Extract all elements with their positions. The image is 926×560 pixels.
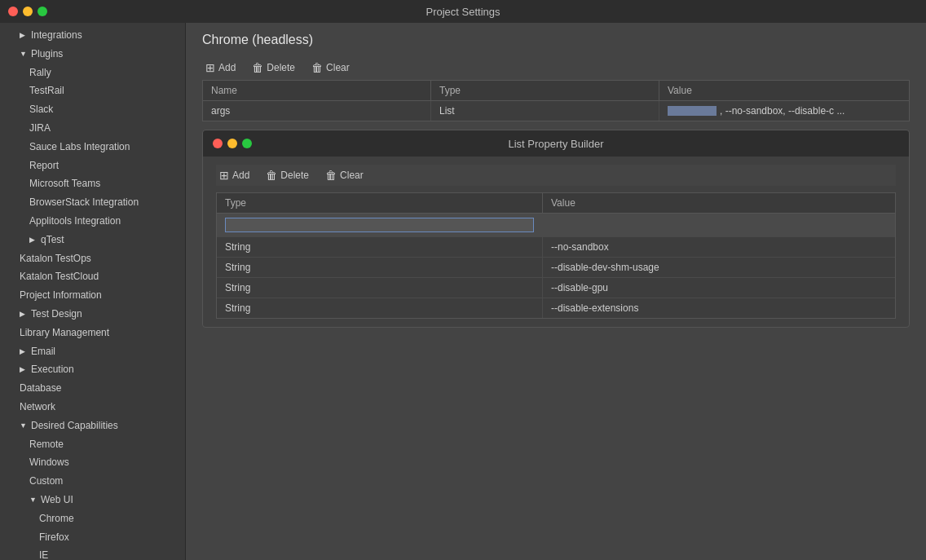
sidebar-item-label: Custom (29, 474, 63, 488)
modal-toolbar: ⊞ Add 🗑 Delete 🗑 Clear (216, 165, 896, 186)
sidebar-item-label: Chrome (39, 512, 74, 526)
sidebar-item-custom[interactable]: Custom (0, 472, 185, 491)
sidebar-item-web-ui[interactable]: ▼ Web UI (0, 491, 185, 509)
add-icon: ⊞ (219, 170, 229, 181)
sidebar-item-label: Firefox (39, 531, 69, 545)
expand-arrow-icon: ▶ (20, 30, 28, 41)
sidebar-item-katalon-testops[interactable]: Katalon TestOps (0, 249, 185, 268)
minimize-button[interactable] (23, 7, 33, 16)
sidebar-item-label: Katalon TestCloud (20, 270, 99, 284)
sidebar-item-report[interactable]: Report (0, 157, 185, 175)
sidebar-item-database[interactable]: Database (0, 379, 185, 398)
sidebar-item-email[interactable]: ▶ Email (0, 342, 185, 361)
sidebar-item-label: Plugins (31, 47, 63, 61)
sidebar-item-windows[interactable]: Windows (0, 453, 185, 472)
add-label: Add (218, 62, 236, 73)
sidebar-item-label: Database (20, 381, 61, 395)
sidebar-item-label: Remote (29, 438, 64, 452)
sidebar-item-integrations[interactable]: ▶ Integrations (0, 26, 185, 45)
modal-maximize-button[interactable] (242, 139, 252, 148)
inner-cell-type: String (217, 298, 543, 318)
sidebar-item-microsoft-teams[interactable]: Microsoft Teams (0, 174, 185, 193)
cell-value: , --no-sandbox, --disable-c ... (659, 101, 909, 121)
sidebar-item-browserstack[interactable]: BrowserStack Integration (0, 193, 185, 212)
delete-icon: 🗑 (252, 62, 263, 73)
sidebar-item-label: Integrations (31, 29, 82, 42)
cell-name: args (203, 101, 431, 121)
sidebar-item-project-information[interactable]: Project Information (0, 286, 185, 305)
sidebar-item-plugins[interactable]: ▼ Plugins (0, 45, 185, 64)
sidebar-item-label: Rally (29, 66, 51, 80)
table-row[interactable]: args List , --no-sandbox, --disable-c ..… (203, 101, 909, 121)
sidebar-item-slack[interactable]: Slack (0, 100, 185, 119)
main-table: Name Type Value args List , --no-sandbox… (202, 80, 910, 121)
sidebar-item-firefox[interactable]: Firefox (0, 528, 185, 547)
modal-delete-button[interactable]: 🗑 Delete (262, 168, 312, 183)
inner-col-header-value: Value (543, 193, 895, 213)
delete-icon: 🗑 (266, 170, 277, 181)
sidebar-item-label: Windows (29, 456, 69, 470)
sidebar-item-label: Library Management (20, 326, 109, 340)
inner-table-header: Type Value (217, 193, 895, 214)
sidebar-item-remote[interactable]: Remote (0, 435, 185, 454)
sidebar-item-label: Test Design (31, 307, 82, 321)
sidebar-item-qtest[interactable]: ▶ qTest (0, 231, 185, 249)
titlebar-buttons (8, 7, 47, 16)
sidebar-item-katalon-testcloud[interactable]: Katalon TestCloud (0, 267, 185, 286)
value-text: , --no-sandbox, --disable-c ... (720, 105, 844, 117)
sidebar-item-desired-capabilities[interactable]: ▼ Desired Capabilities (0, 417, 185, 435)
window-title: Project Settings (426, 6, 500, 18)
sidebar-item-label: Desired Capabilities (31, 419, 118, 433)
clear-icon: 🗑 (311, 62, 323, 73)
clear-label: Clear (326, 62, 350, 73)
sidebar: ▶ Integrations ▼ Plugins Rally TestRail … (0, 23, 186, 560)
table-row[interactable]: String --disable-dev-shm-usage (217, 258, 895, 278)
sidebar-item-library-management[interactable]: Library Management (0, 324, 185, 342)
table-row[interactable]: String --no-sandbox (217, 237, 895, 258)
type-edit-input[interactable] (225, 218, 534, 232)
modal-add-button[interactable]: ⊞ Add (216, 168, 253, 183)
maximize-button[interactable] (37, 7, 47, 16)
modal-minimize-button[interactable] (227, 139, 237, 148)
inner-cell-value: --no-sandbox (543, 237, 895, 257)
clear-button[interactable]: 🗑 Clear (308, 60, 353, 75)
sidebar-item-execution[interactable]: ▶ Execution (0, 360, 185, 379)
clear-icon: 🗑 (325, 170, 337, 181)
list-property-builder-modal: List Property Builder ⊞ Add 🗑 Delete 🗑 (202, 130, 910, 328)
modal-title: List Property Builder (508, 138, 603, 150)
sidebar-item-network[interactable]: Network (0, 398, 185, 417)
value-bar-indicator (668, 106, 717, 116)
inner-cell-value: --disable-dev-shm-usage (543, 258, 895, 277)
sidebar-item-test-design[interactable]: ▶ Test Design (0, 305, 185, 324)
table-row[interactable]: String --disable-gpu (217, 278, 895, 298)
sidebar-item-rally[interactable]: Rally (0, 64, 185, 82)
main-layout: ▶ Integrations ▼ Plugins Rally TestRail … (0, 23, 926, 560)
table-row[interactable]: String --disable-extensions (217, 298, 895, 318)
sidebar-item-sauce-labs[interactable]: Sauce Labs Integration (0, 138, 185, 157)
delete-button[interactable]: 🗑 Delete (249, 60, 298, 75)
collapse-arrow-icon: ▼ (29, 495, 37, 505)
close-button[interactable] (8, 7, 18, 16)
sidebar-item-chrome[interactable]: Chrome (0, 509, 185, 528)
sidebar-item-testrail[interactable]: TestRail (0, 82, 185, 100)
sidebar-item-applitools[interactable]: Applitools Integration (0, 212, 185, 231)
expand-arrow-icon: ▶ (20, 346, 28, 357)
inner-cell-type-edit[interactable] (217, 214, 543, 236)
table-row[interactable] (217, 214, 895, 237)
expand-arrow-icon: ▶ (29, 235, 37, 245)
modal-close-button[interactable] (213, 139, 223, 148)
sidebar-item-label: Report (29, 159, 59, 173)
col-header-type: Type (431, 81, 659, 100)
inner-cell-type: String (217, 278, 543, 298)
add-button[interactable]: ⊞ Add (202, 60, 239, 75)
sidebar-item-label: TestRail (29, 84, 64, 98)
col-header-value: Value (659, 81, 909, 100)
add-icon: ⊞ (205, 62, 215, 73)
modal-delete-label: Delete (280, 170, 309, 181)
sidebar-item-label: Katalon TestOps (20, 252, 91, 266)
sidebar-item-ie[interactable]: IE (0, 546, 185, 560)
sidebar-item-jira[interactable]: JIRA (0, 119, 185, 138)
content-title: Chrome (headless) (186, 23, 926, 55)
modal-clear-button[interactable]: 🗑 Clear (322, 168, 367, 183)
delete-label: Delete (267, 62, 295, 73)
